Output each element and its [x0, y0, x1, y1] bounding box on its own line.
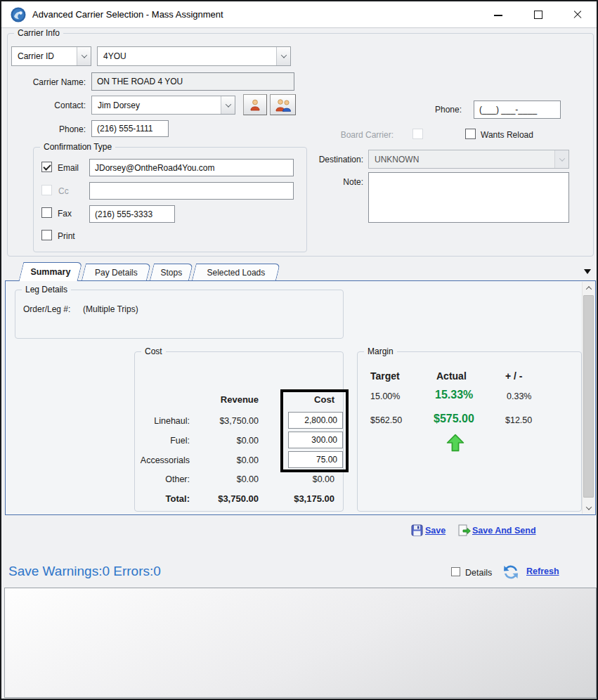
cc-checkbox — [41, 185, 52, 195]
margin-diff-percent: 0.33% — [507, 391, 531, 401]
total-row-label: Total: — [166, 493, 190, 504]
print-checkbox[interactable] — [41, 230, 52, 240]
cost-column-highlight-outline — [280, 389, 349, 472]
save-and-send-icon — [458, 524, 471, 536]
print-label: Print — [58, 231, 75, 241]
search-type-combo[interactable]: Carrier ID — [11, 46, 91, 66]
contact-list-button[interactable] — [270, 94, 296, 115]
refresh-link[interactable]: Refresh — [526, 566, 559, 576]
margin-target-percent: 15.00% — [370, 391, 400, 401]
cost-row-label: Linehaul: — [154, 416, 190, 426]
tab-stops-label: Stops — [152, 264, 190, 280]
details-label: Details — [465, 568, 492, 578]
cost-row-revenue: $0.00 — [237, 455, 259, 465]
cost-group-label: Cost — [141, 346, 166, 356]
contact-label: Contact: — [11, 101, 86, 110]
app-logo-icon — [11, 7, 26, 22]
order-leg-value: (Multiple Trips) — [83, 304, 138, 314]
leg-details-group-label: Leg Details — [22, 285, 71, 294]
carrier-id-combo[interactable]: 4YOU — [97, 46, 291, 66]
margin-target-header: Target — [370, 370, 400, 382]
note-label: Note: — [301, 177, 363, 187]
confirmation-type-group-label: Confirmation Type — [40, 142, 115, 152]
fax-input[interactable] — [89, 205, 175, 223]
margin-target-amount: $562.50 — [370, 415, 402, 425]
carrier-name-label: Carrier Name: — [11, 77, 86, 87]
maximize-button[interactable] — [523, 1, 554, 28]
cc-label: Cc — [58, 186, 69, 196]
chevron-down-icon[interactable] — [276, 47, 290, 65]
margin-diff-amount: $12.50 — [505, 415, 532, 425]
cost-row-cost: $0.00 — [313, 474, 334, 484]
margin-group-label: Margin — [364, 346, 397, 356]
scroll-down-button[interactable] — [583, 502, 594, 514]
alt-phone-input[interactable] — [474, 101, 561, 119]
details-output-pane — [4, 588, 597, 698]
advanced-carrier-selection-window: Advanced Carrier Selection - Mass Assign… — [0, 0, 598, 700]
margin-up-arrow-icon — [446, 434, 464, 452]
tab-stops[interactable]: Stops — [150, 264, 193, 280]
tab-summary[interactable]: Summary — [19, 262, 83, 281]
email-checkbox[interactable] — [41, 162, 52, 172]
tab-overflow-arrow-icon[interactable] — [584, 269, 591, 274]
save-warnings-status: Save Warnings:0 Errors:0 — [8, 564, 161, 579]
summary-tab-panel: Leg Details Order/Leg #: (Multiple Trips… — [5, 280, 596, 515]
destination-combo: UNKNOWN — [368, 150, 569, 169]
carrier-id-value: 4YOU — [98, 47, 276, 65]
fax-label: Fax — [58, 209, 72, 219]
cost-row-label: Other: — [165, 474, 190, 484]
cost-row-revenue: $0.00 — [237, 436, 259, 446]
contacts-icon — [275, 98, 292, 112]
contact-phone-label: Phone: — [11, 124, 86, 134]
window-title: Advanced Carrier Selection - Mass Assign… — [32, 9, 223, 20]
tab-selected-loads[interactable]: Selected Loads — [192, 264, 280, 280]
tab-pay-details[interactable]: Pay Details — [82, 264, 151, 280]
title-bar: Advanced Carrier Selection - Mass Assign… — [1, 1, 597, 28]
chevron-down-icon[interactable] — [221, 96, 235, 114]
chevron-down-icon — [554, 150, 568, 168]
cost-row-revenue: $3,750.00 — [219, 416, 259, 426]
minimize-button[interactable] — [483, 1, 514, 28]
board-carrier-label: Board Carrier: — [325, 130, 394, 140]
wants-reload-checkbox[interactable] — [465, 129, 476, 139]
destination-value: UNKNOWN — [369, 150, 554, 168]
carrier-name-field: ON THE ROAD 4 YOU — [91, 72, 294, 91]
email-input[interactable] — [89, 159, 294, 176]
email-label: Email — [58, 163, 79, 173]
order-leg-label: Order/Leg #: — [23, 304, 70, 314]
alt-phone-label: Phone: — [395, 105, 462, 115]
margin-diff-header: + / - — [505, 370, 523, 382]
single-contact-icon — [249, 98, 261, 111]
cost-row-label: Accessorials — [141, 455, 190, 465]
contact-value: Jim Dorsey — [92, 96, 221, 114]
vertical-scrollbar[interactable] — [582, 282, 594, 514]
destination-label: Destination: — [301, 155, 363, 164]
total-cost: $3,175.00 — [294, 493, 334, 504]
refresh-arrows-icon[interactable] — [500, 562, 521, 583]
search-type-value: Carrier ID — [12, 47, 77, 65]
tab-pay-details-label: Pay Details — [84, 264, 148, 280]
wants-reload-label: Wants Reload — [481, 130, 533, 140]
board-carrier-checkbox — [412, 129, 423, 139]
view-contact-button[interactable] — [243, 94, 267, 115]
details-checkbox[interactable] — [451, 567, 460, 576]
margin-group: Margin Target Actual + / - 15.00% 15.33%… — [357, 351, 582, 512]
save-link[interactable]: Save — [425, 526, 446, 536]
cc-input[interactable] — [89, 182, 294, 200]
save-and-send-link[interactable]: Save And Send — [472, 526, 536, 536]
contact-phone-input[interactable] — [91, 120, 169, 137]
leg-details-group: Leg Details Order/Leg #: (Multiple Trips… — [15, 290, 344, 339]
tab-selected-loads-label: Selected Loads — [195, 264, 278, 280]
chevron-down-icon[interactable] — [77, 47, 91, 65]
carrier-info-group-label: Carrier Info — [14, 28, 63, 38]
close-button[interactable] — [562, 1, 593, 28]
fax-checkbox[interactable] — [41, 207, 52, 218]
margin-actual-amount: $575.00 — [434, 413, 474, 425]
cost-row-label: Fuel: — [170, 436, 190, 446]
note-textarea[interactable] — [368, 172, 569, 223]
contact-combo[interactable]: Jim Dorsey — [91, 96, 235, 115]
scroll-up-button[interactable] — [583, 282, 594, 294]
scrollbar-thumb[interactable] — [583, 295, 594, 498]
tab-summary-label: Summary — [22, 263, 79, 281]
revenue-column-header: Revenue — [221, 394, 259, 405]
